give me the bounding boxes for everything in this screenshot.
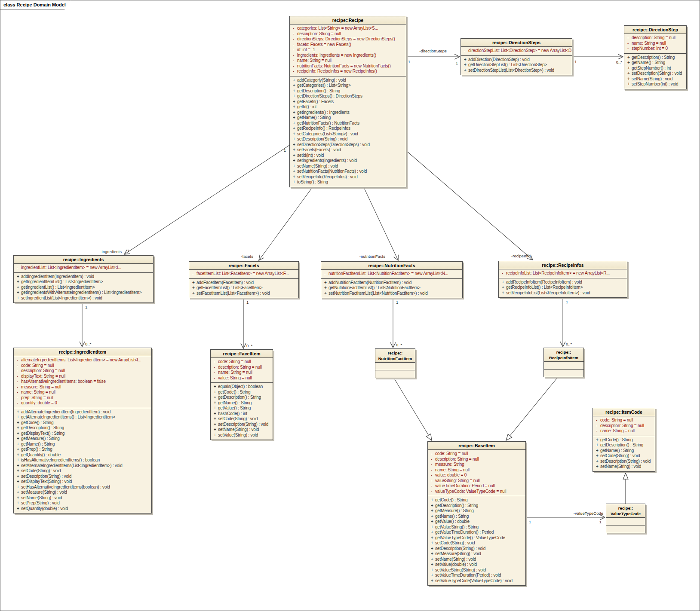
method-row[interactable]: +setHasAlternativeIngredientItems(boolea… [14,485,151,490]
method-row[interactable]: +hashCode() : int [211,411,273,417]
method-row[interactable]: +getNutritionFacts() : NutritionFacts [290,121,406,126]
attribute-row[interactable]: -code: String = null [211,359,273,365]
attribute-row[interactable]: -hasAlternativeIngredientItems: boolean … [14,379,151,385]
method-row[interactable]: +setRecipeInfoList(List<RecipeInfoItem>)… [499,290,627,296]
attribute-row[interactable]: -facetItemList: List<FacetItem> = new Ar… [189,271,298,277]
method-row[interactable]: +equals(Object) : boolean [211,384,273,390]
method-row[interactable]: +getName() : String [14,442,151,447]
method-row[interactable]: +getStepNumber() : int [624,66,686,71]
method-row[interactable]: +getMeasure() : String [428,508,525,514]
attribute-row[interactable]: -facets: Facets = new Facets() [290,42,406,48]
connector-recipe-to-facets[interactable] [259,188,312,260]
method-row[interactable]: +setDescription(String) : void [624,71,686,76]
connector-nutritionfactitem-to-baseitem[interactable] [390,371,432,440]
method-row[interactable]: +addNutritionFactItem(NutritionFactItem)… [321,280,462,286]
method-row[interactable]: +setName(String) : void [624,76,686,82]
class-facet-item[interactable]: recipe::FacetItem-code: String = null-de… [210,349,273,440]
method-row[interactable]: +setCategories(List<String>) : void [290,131,406,137]
method-row[interactable]: +getPrep() : String [14,447,151,452]
method-row[interactable]: +setValue(String) : void [211,433,273,438]
method-row[interactable]: +setIngredients(Ingredients) : void [290,158,406,164]
method-row[interactable]: +setAlternateIngredientItems(List<Ingred… [14,463,151,469]
attribute-row[interactable]: -description: String = null [428,457,525,462]
method-row[interactable]: +getDisplayText() : String [14,431,151,437]
class-recipe-info-item[interactable]: recipe::RecipeInfoItem [543,348,584,377]
method-row[interactable]: +setName(String) : void [290,164,406,169]
method-row[interactable]: +setValue(double) : void [428,562,525,568]
method-row[interactable]: +setValueTimeDuration(Period) : void [428,573,525,578]
method-row[interactable]: +getCategories() : List<String> [290,83,406,89]
method-row[interactable]: +getFacetItemList() : List<FacetItem> [189,285,298,291]
method-row[interactable]: +getCode() : String [14,420,151,426]
attribute-row[interactable]: -description: String = null [211,365,273,370]
attribute-row[interactable]: -displayText: String = null [14,374,151,379]
method-row[interactable]: +getDirectionSteps() : DirectionSteps [290,94,406,99]
class-facets[interactable]: recipe::Facets-facetItemList: List<Facet… [189,261,299,298]
class-recipe-infos[interactable]: recipe::RecipeInfos-recipeInfoList: List… [498,261,627,298]
connector-recipeinfoitem-to-baseitem[interactable] [506,370,564,440]
method-row[interactable]: +getValueTimeDuration() : Period [428,530,525,535]
class-ingredient-item[interactable]: recipe::IngredientItem-alternateIngredie… [13,348,152,513]
attribute-row[interactable]: -id: int = -1 [290,47,406,53]
attribute-row[interactable]: -name: String = null [290,58,406,64]
attribute-row[interactable]: -valueTimeDuration: Period = null [428,483,525,489]
attribute-row[interactable]: -ingredientList: List<IngredientItem> = … [14,265,153,271]
method-row[interactable]: +getValueTypeCode() : ValueTypeCode [428,535,525,541]
method-row[interactable]: +setMeasure(String) : void [428,551,525,557]
class-base-item[interactable]: recipe::BaseItem-code: String = null-des… [427,441,526,586]
method-row[interactable]: +getDirectionStepList() : List<Direction… [461,62,572,68]
class-direction-steps[interactable]: recipe::DirectionSteps-directionStepList… [461,38,572,75]
method-row[interactable]: +setCode(String) : void [211,416,273,422]
attribute-row[interactable]: -value: String = null [211,376,273,381]
class-value-type-code[interactable]: recipe::ValueTypeCode [606,504,645,533]
method-row[interactable]: +setName(String) : void [593,464,655,470]
method-row[interactable]: +setDescription(String) : void [290,137,406,142]
method-row[interactable]: +setQuantity(double) : void [14,506,151,512]
method-row[interactable]: +getIngredientItemList() : List<Ingredie… [14,279,153,285]
method-row[interactable]: +getIngredientsWithAlternateIngredientIt… [14,290,153,296]
method-row[interactable]: +toString() : String [290,180,406,185]
method-row[interactable]: +setDescription(String) : void [211,422,273,428]
method-row[interactable]: +getDescription() : String [428,503,525,509]
method-row[interactable]: +setMeasure(String) : void [14,490,151,495]
method-row[interactable]: +getIngredients() : Ingredients [290,110,406,116]
attribute-row[interactable]: -value: double = 0 [428,473,525,478]
method-row[interactable]: +setDescription(String) : void [593,459,655,464]
class-item-code[interactable]: recipe::ItemCode-code: String = null-des… [593,408,655,472]
method-row[interactable]: +getDescription() : String [14,425,151,431]
attribute-row[interactable]: -stepNumber: int = 0 [624,46,686,52]
method-row[interactable]: +getName() : String [593,448,655,454]
method-row[interactable]: +setNutritionFacts(NutritionFacts) : voi… [290,169,406,174]
method-row[interactable]: +addAlternateIngredientItem(IngredientIt… [14,409,151,415]
method-row[interactable]: +setCode(String) : void [593,453,655,459]
method-row[interactable]: +getAlternateIngredientItems() : List<In… [14,415,151,420]
attribute-row[interactable]: -alternateIngredientItems: List<Ingredie… [14,357,151,363]
attribute-row[interactable]: -name: String = null [428,467,525,473]
method-row[interactable]: +setCode(String) : void [428,541,525,546]
method-row[interactable]: +setName(String) : void [211,427,273,433]
connector-recipe-to-ingredients[interactable] [124,145,289,254]
method-row[interactable]: +addRecipeInfoItem(RecipeInfoItem) : voi… [499,280,627,285]
method-row[interactable]: +setName(String) : void [14,495,151,501]
attribute-row[interactable]: -quantity: double = 0 [14,400,151,406]
method-row[interactable]: +setDirectionSteps(DirectionSteps) : voi… [290,142,406,148]
attribute-row[interactable]: -name: String = null [211,370,273,376]
attribute-row[interactable]: -measure: String [428,462,525,467]
method-row[interactable]: +setCode(String) : void [14,468,151,474]
method-row[interactable]: +getName() : String [211,400,273,406]
attribute-row[interactable]: -prep: String = null [14,395,151,401]
method-row[interactable]: +setPrep(String) : void [14,501,151,506]
method-row[interactable]: +setStepNumber(int) : void [624,82,686,87]
method-row[interactable]: +setFacetItemList(List<FacetItem>) : voi… [189,291,298,296]
method-row[interactable]: +setRecipeInfo(RecipeInfos) : void [290,174,406,180]
method-row[interactable]: +getDescription() : String [290,89,406,94]
method-row[interactable]: +getValueString() : String [428,525,525,530]
method-row[interactable]: +addCategoriy(String) : void [290,78,406,83]
method-row[interactable]: +getName() : String [428,514,525,519]
attribute-row[interactable]: -categories: List<String> = new ArrayLis… [290,26,406,31]
method-row[interactable]: +getDescription() : String [593,443,655,448]
attribute-row[interactable]: -description: String = null [624,35,686,41]
method-row[interactable]: +getId() : int [290,104,406,110]
attribute-row[interactable]: -name: String = null [14,390,151,395]
attribute-row[interactable]: -directionStepList: List<DirectionStep> … [461,48,572,54]
